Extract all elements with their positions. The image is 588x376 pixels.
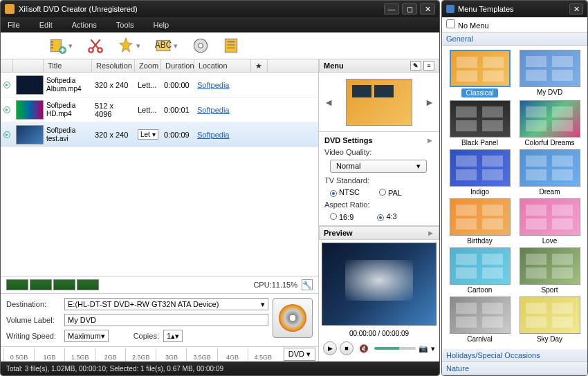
- play-icon[interactable]: [3, 106, 10, 113]
- menu-tools[interactable]: Tools: [116, 21, 134, 29]
- titlebar: Xilisoft DVD Creator (Unregistered) — ◻ …: [1, 1, 439, 17]
- menu-thumbnail[interactable]: [346, 79, 412, 126]
- template-thumbnail: [450, 149, 511, 187]
- cpu-label: CPU:11.15%: [253, 281, 297, 289]
- add-file-button[interactable]: ▾: [49, 37, 74, 55]
- template-item[interactable]: Classical: [446, 50, 513, 97]
- file-list-panel: Title Resolution Zoom Duration Location …: [1, 59, 319, 361]
- play-button[interactable]: ▶: [323, 341, 337, 355]
- template-label: Sport: [542, 286, 558, 294]
- cell-title: Softpedia test.avi: [44, 126, 92, 143]
- template-item[interactable]: Love: [516, 198, 583, 245]
- play-icon[interactable]: [3, 82, 10, 88]
- col-location[interactable]: Location: [194, 59, 251, 72]
- menu-file[interactable]: File: [8, 21, 20, 29]
- edit-menu-button[interactable]: ✎: [410, 61, 421, 70]
- template-item[interactable]: Birthday: [446, 198, 513, 245]
- category-nature[interactable]: Nature: [442, 362, 587, 375]
- templates-grid: Classical My DVD Black Panel Colorful Dr…: [442, 46, 587, 349]
- template-label: Indigo: [470, 188, 489, 196]
- template-item[interactable]: Carnival: [446, 297, 513, 343]
- template-item[interactable]: Dream: [516, 149, 583, 196]
- minimize-button[interactable]: —: [384, 3, 399, 15]
- maximize-button[interactable]: ◻: [402, 3, 417, 15]
- table-row[interactable]: Softpedia Album.mp4 320 x 240 Lett... 0:…: [1, 73, 318, 97]
- cell-zoom[interactable]: Lett...: [135, 106, 161, 114]
- menu-edit[interactable]: Edit: [39, 21, 53, 29]
- table-row[interactable]: Softpedia HD.mp4 512 x 4096 Lett... 0:00…: [1, 97, 318, 122]
- r43-radio[interactable]: 4:3: [377, 212, 396, 221]
- no-menu-checkbox[interactable]: No Menu: [442, 17, 587, 32]
- prev-menu-button[interactable]: ◄: [321, 94, 336, 111]
- r169-radio[interactable]: 16:9: [330, 213, 353, 221]
- table-row[interactable]: Softpedia test.avi 320 x 240 Let ▾ 0:00:…: [1, 122, 318, 147]
- menu-help[interactable]: Help: [153, 21, 169, 29]
- speed-select[interactable]: Maximum ▾: [64, 330, 109, 342]
- volume-slider[interactable]: [374, 347, 416, 350]
- snapshot-settings-button[interactable]: ▾: [431, 344, 435, 353]
- template-item[interactable]: My DVD: [516, 50, 583, 97]
- properties-button[interactable]: [222, 37, 240, 55]
- ntsc-radio[interactable]: NTSC: [330, 188, 360, 197]
- template-item[interactable]: Sky Day: [516, 297, 583, 343]
- svg-rect-1: [51, 41, 53, 43]
- snapshot-button[interactable]: 📷: [419, 344, 428, 353]
- ruler-tick: 3GB: [156, 348, 186, 361]
- svg-rect-3: [51, 47, 53, 48]
- template-thumbnail: [450, 247, 511, 285]
- template-item[interactable]: Indigo: [446, 149, 513, 196]
- cell-title: Softpedia HD.mp4: [44, 102, 92, 118]
- copies-stepper[interactable]: 1 ▴▾: [163, 330, 183, 342]
- template-item[interactable]: Cartoon: [446, 247, 513, 294]
- disc-type-select[interactable]: DVD ▾: [284, 348, 315, 361]
- copies-label: Copies:: [134, 332, 159, 340]
- template-label: My DVD: [537, 88, 562, 96]
- cpu-core-icon: [53, 279, 75, 290]
- subtitle-button[interactable]: ABC▾: [154, 37, 179, 55]
- cell-resolution: 320 x 240: [92, 81, 135, 89]
- template-item[interactable]: Black Panel: [446, 100, 513, 147]
- cell-zoom[interactable]: Lett...: [135, 81, 161, 89]
- category-general[interactable]: General: [442, 32, 587, 46]
- template-thumbnail: [520, 247, 580, 285]
- destination-select[interactable]: E:(HL-DT-ST DVD+-RW GT32N ATA Device)▾: [64, 298, 268, 310]
- col-star[interactable]: ★: [251, 59, 268, 72]
- col-duration[interactable]: Duration: [161, 59, 194, 72]
- cell-zoom[interactable]: Let ▾: [135, 129, 161, 140]
- menu-actions[interactable]: Actions: [72, 21, 97, 29]
- template-item[interactable]: Colorful Dreams: [516, 100, 583, 147]
- template-item[interactable]: Sport: [516, 247, 583, 294]
- list-menu-button[interactable]: ≡: [423, 61, 434, 70]
- template-thumbnail: [450, 297, 511, 334]
- ruler-tick: 4GB: [217, 348, 248, 361]
- volume-input[interactable]: My DVD: [64, 314, 268, 326]
- col-zoom[interactable]: Zoom: [135, 59, 161, 72]
- cell-duration: 0:00:00: [161, 81, 194, 89]
- template-thumbnail: [520, 50, 580, 87]
- quality-select[interactable]: Normal▾: [330, 160, 427, 173]
- disc-button[interactable]: [192, 37, 210, 55]
- menu-panel-header: Menu ✎ ≡: [319, 59, 439, 73]
- category-holidays[interactable]: Holidays/Special Occasions: [442, 349, 587, 362]
- cpu-bar: CPU:11.15% 🔧: [1, 276, 318, 293]
- cell-resolution: 320 x 240: [92, 131, 135, 139]
- stop-button[interactable]: ■: [340, 341, 353, 355]
- play-icon[interactable]: [3, 131, 10, 138]
- close-button[interactable]: ✕: [420, 3, 435, 15]
- cpu-settings-button[interactable]: 🔧: [302, 279, 313, 290]
- col-title[interactable]: Title: [44, 59, 92, 72]
- effects-button[interactable]: ▾: [117, 37, 142, 55]
- col-resolution[interactable]: Resolution: [92, 59, 135, 72]
- thumbnail: [16, 100, 44, 120]
- preview-header[interactable]: Preview►: [319, 226, 439, 240]
- burn-button[interactable]: [273, 298, 313, 338]
- template-label: Dream: [539, 188, 560, 196]
- preview-video[interactable]: [322, 243, 437, 326]
- next-menu-button[interactable]: ►: [422, 94, 437, 111]
- mute-button[interactable]: 🔇: [359, 344, 369, 353]
- cut-button[interactable]: [86, 37, 104, 55]
- dvd-settings-header[interactable]: DVD Settings►: [324, 136, 434, 144]
- pal-radio[interactable]: PAL: [379, 189, 402, 197]
- cell-resolution: 512 x 4096: [92, 102, 135, 118]
- templates-close-button[interactable]: ✕: [569, 3, 583, 15]
